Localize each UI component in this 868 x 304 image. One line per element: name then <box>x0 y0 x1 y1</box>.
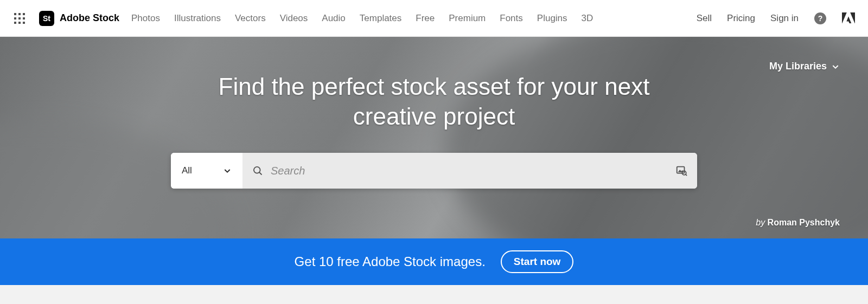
svg-rect-16 <box>677 167 685 173</box>
svg-rect-4 <box>18 17 21 20</box>
svg-rect-5 <box>23 17 25 20</box>
start-now-button[interactable]: Start now <box>501 250 574 273</box>
svg-marker-13 <box>846 16 851 24</box>
svg-rect-8 <box>23 22 25 24</box>
sell-link[interactable]: Sell <box>697 13 712 24</box>
promo-bar: Get 10 free Adobe Stock images. Start no… <box>0 238 868 285</box>
nav-free[interactable]: Free <box>416 13 435 24</box>
top-header: St Adobe Stock Photos Illustrations Vect… <box>0 0 868 37</box>
svg-rect-6 <box>14 22 16 24</box>
search-category-select[interactable]: All <box>171 153 242 189</box>
search-box <box>242 153 697 189</box>
nav-premium[interactable]: Premium <box>449 13 486 24</box>
adobe-logo-icon[interactable] <box>842 12 855 24</box>
header-right: Sell Pricing Sign in ? <box>697 12 855 25</box>
nav-videos[interactable]: Videos <box>280 13 308 24</box>
nav-templates[interactable]: Templates <box>360 13 401 24</box>
hero-credit-prefix: by <box>756 218 767 227</box>
search-icon <box>252 165 263 176</box>
svg-marker-12 <box>850 12 855 24</box>
nav-illustrations[interactable]: Illustrations <box>174 13 221 24</box>
svg-point-14 <box>254 167 260 173</box>
hero-headline: Find the perfect stock asset for your ne… <box>174 37 694 131</box>
hero-credit[interactable]: by Roman Pyshchyk <box>756 218 840 228</box>
svg-marker-11 <box>842 12 847 24</box>
hero: My Libraries Find the perfect stock asse… <box>0 37 868 238</box>
footer-space <box>0 285 868 304</box>
nav-photos[interactable]: Photos <box>131 13 160 24</box>
nav-3d[interactable]: 3D <box>582 13 593 24</box>
chevron-down-icon <box>223 166 232 175</box>
signin-link[interactable]: Sign in <box>770 13 799 24</box>
svg-line-15 <box>259 172 262 175</box>
svg-rect-3 <box>14 17 16 20</box>
pricing-link[interactable]: Pricing <box>727 13 755 24</box>
my-libraries-label: My Libraries <box>769 61 827 72</box>
nav-audio[interactable]: Audio <box>322 13 345 24</box>
svg-rect-0 <box>14 13 16 15</box>
svg-rect-1 <box>18 13 21 15</box>
image-search-icon[interactable] <box>675 165 687 177</box>
apps-grid-icon[interactable] <box>13 12 26 25</box>
primary-nav: Photos Illustrations Vectors Videos Audi… <box>131 13 593 24</box>
chevron-down-icon <box>831 62 840 71</box>
brand-name: Adobe Stock <box>60 12 119 24</box>
search-category-value: All <box>182 165 192 176</box>
search-bar: All <box>171 153 697 189</box>
svg-line-19 <box>686 174 687 176</box>
brand-badge-icon: St <box>39 11 54 26</box>
promo-text: Get 10 free Adobe Stock images. <box>295 254 486 269</box>
my-libraries-dropdown[interactable]: My Libraries <box>769 61 840 72</box>
svg-rect-7 <box>18 22 21 24</box>
svg-text:?: ? <box>818 14 823 23</box>
help-icon[interactable]: ? <box>814 12 827 25</box>
hero-credit-name: Roman Pyshchyk <box>768 218 840 227</box>
nav-plugins[interactable]: Plugins <box>537 13 567 24</box>
nav-vectors[interactable]: Vectors <box>235 13 266 24</box>
search-input[interactable] <box>271 165 668 177</box>
nav-fonts[interactable]: Fonts <box>500 13 523 24</box>
brand-link[interactable]: St Adobe Stock <box>39 11 119 26</box>
svg-rect-2 <box>23 13 25 15</box>
